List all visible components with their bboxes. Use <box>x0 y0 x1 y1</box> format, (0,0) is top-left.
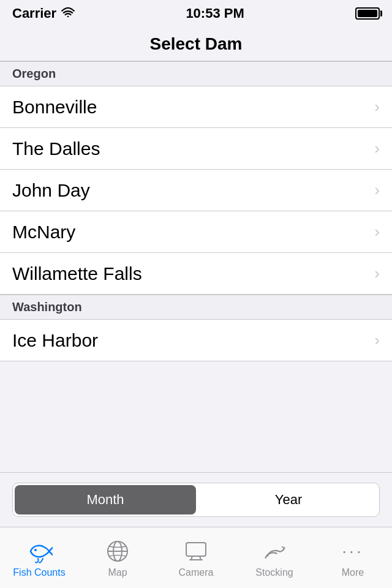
map-icon <box>104 538 131 565</box>
tab-stocking-label: Stocking <box>255 567 293 578</box>
segmented-control[interactable]: Month Year <box>12 483 380 517</box>
nav-title: Select Dam <box>150 34 243 54</box>
tab-camera[interactable]: Camera <box>157 527 235 588</box>
tab-bar: Fish Counts Map Camera <box>0 527 392 588</box>
list-item-mcnary[interactable]: McNary › <box>0 211 392 253</box>
chevron-icon: › <box>374 139 380 158</box>
tab-more[interactable]: ··· More <box>314 527 392 588</box>
fish-counts-icon <box>26 538 53 565</box>
carrier-text: Carrier <box>12 6 75 21</box>
section-header-washington: Washington <box>0 295 392 320</box>
camera-icon <box>183 538 209 565</box>
segmented-container: Month Year <box>0 472 392 527</box>
tab-more-label: More <box>342 567 364 578</box>
segment-year[interactable]: Year <box>198 483 379 516</box>
svg-point-0 <box>67 15 69 17</box>
stocking-icon <box>261 538 288 565</box>
chevron-icon: › <box>374 97 380 116</box>
status-time: 10:53 PM <box>186 6 244 21</box>
nav-bar: Select Dam <box>0 27 392 61</box>
tab-map-label: Map <box>108 567 127 578</box>
list-item-john-day[interactable]: John Day › <box>0 170 392 211</box>
tab-camera-label: Camera <box>179 567 214 578</box>
more-icon: ··· <box>339 538 366 565</box>
section-header-oregon: Oregon <box>0 61 392 86</box>
status-bar: Carrier 10:53 PM <box>0 0 392 27</box>
chevron-icon: › <box>374 331 380 350</box>
list-item-willamette-falls[interactable]: Willamette Falls › <box>0 253 392 295</box>
tab-map[interactable]: Map <box>78 527 157 588</box>
chevron-icon: › <box>374 222 380 241</box>
svg-rect-4 <box>186 543 206 556</box>
wifi-icon <box>61 7 75 20</box>
list-item-ice-harbor[interactable]: Ice Harbor › <box>0 320 392 361</box>
tab-fish-counts[interactable]: Fish Counts <box>0 527 78 588</box>
list-item-bonneville[interactable]: Bonneville › <box>0 86 392 128</box>
tab-stocking[interactable]: Stocking <box>235 527 314 588</box>
svg-point-1 <box>34 549 37 551</box>
chevron-icon: › <box>374 264 380 283</box>
segment-month[interactable]: Month <box>15 485 196 514</box>
battery-icon <box>355 7 380 20</box>
dam-list: Oregon Bonneville › The Dalles › John Da… <box>0 61 392 361</box>
list-item-the-dalles[interactable]: The Dalles › <box>0 128 392 170</box>
chevron-icon: › <box>374 181 380 200</box>
tab-fish-counts-label: Fish Counts <box>13 567 65 578</box>
